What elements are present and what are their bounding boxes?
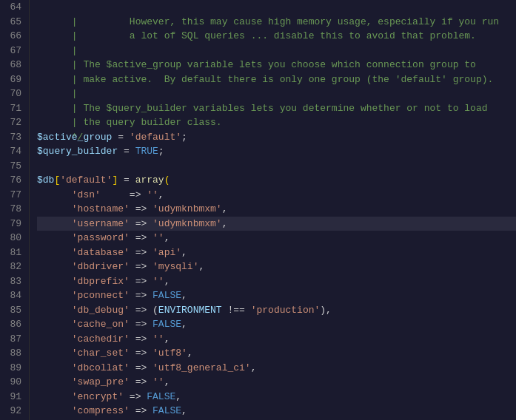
line-num-86: 86 xyxy=(7,317,21,332)
code-line-87: 'cachedir' => '', xyxy=(37,332,516,347)
code-line-91: 'encrypt' => FALSE, xyxy=(37,390,516,404)
code-line-90: 'swap_pre' => '', xyxy=(37,375,516,390)
comment-text: | a lot of SQL queries ... disable this … xyxy=(72,30,476,41)
line-num-91: 91 xyxy=(7,390,21,404)
line-num-79: 79 xyxy=(7,217,21,231)
line-num-72: 72 xyxy=(7,115,21,130)
line-num-75: 75 xyxy=(7,159,21,174)
line-num-78: 78 xyxy=(7,202,21,217)
comment-text: | the query builder class. xyxy=(72,117,222,128)
code-line-89: 'dbcollat' => 'utf8_general_ci', xyxy=(37,361,516,376)
comment-text: | make active. By default there is only … xyxy=(72,74,494,85)
code-line-88: 'char_set' => 'utf8', xyxy=(37,346,516,361)
line-num-77: 77 xyxy=(7,188,21,203)
code-line-75 xyxy=(37,159,516,174)
code-line-73: $active_group = 'default'; xyxy=(37,130,516,145)
line-num-83: 83 xyxy=(7,274,21,289)
line-num-68: 68 xyxy=(7,58,21,72)
code-line-74: $query_builder = TRUE; xyxy=(37,144,516,159)
code-line-70: | The $query_builder variables lets you … xyxy=(37,87,516,101)
code-line-83: 'dbprefix' => '', xyxy=(37,274,516,289)
comment-text: | xyxy=(72,45,78,56)
code-line-81: 'database' => 'api', xyxy=(37,245,516,260)
comment-text: | xyxy=(72,88,78,99)
line-num-81: 81 xyxy=(7,245,21,260)
line-numbers: 64 65 66 67 68 69 70 71 72 73 74 75 76 7… xyxy=(0,0,30,420)
line-num-74: 74 xyxy=(7,144,21,159)
line-num-64: 64 xyxy=(7,0,21,15)
code-line-76: $db['default'] = array( xyxy=(37,173,516,188)
line-num-69: 69 xyxy=(7,72,21,87)
line-num-73: 73 xyxy=(7,130,21,145)
code-line-84: 'pconnect' => FALSE, xyxy=(37,288,516,303)
code-line-85: 'db_debug' => (ENVIRONMENT !== 'producti… xyxy=(37,303,516,318)
code-lines: | However, this may cause high memory us… xyxy=(30,0,516,420)
comment-text: | The $query_builder variables lets you … xyxy=(72,103,488,114)
code-line-80: 'password' => '', xyxy=(37,231,516,245)
code-line-77: 'dsn' => '', xyxy=(37,188,516,203)
line-num-82: 82 xyxy=(7,260,21,274)
line-num-71: 71 xyxy=(7,101,21,116)
line-num-85: 85 xyxy=(7,303,21,318)
code-line-79: 'username' => 'udymknbmxm', xyxy=(37,217,516,231)
line-num-87: 87 xyxy=(7,332,21,347)
code-line-92: 'compress' => FALSE, xyxy=(37,404,516,419)
code-line-67: | The $active_group variable lets you ch… xyxy=(37,44,516,58)
code-line-86: 'cache_on' => FALSE, xyxy=(37,317,516,332)
line-num-89: 89 xyxy=(7,361,21,376)
line-num-80: 80 xyxy=(7,231,21,245)
line-num-66: 66 xyxy=(7,29,21,44)
code-line-64: | However, this may cause high memory us… xyxy=(37,0,516,15)
line-num-67: 67 xyxy=(7,44,21,58)
line-num-84: 84 xyxy=(7,288,21,303)
line-num-90: 90 xyxy=(7,375,21,390)
line-num-76: 76 xyxy=(7,173,21,188)
comment-text: | However, this may cause high memory us… xyxy=(72,16,499,27)
line-num-65: 65 xyxy=(7,15,21,30)
code-line-82: 'dbdriver' => 'mysqli', xyxy=(37,260,516,274)
line-num-88: 88 xyxy=(7,346,21,361)
line-num-92: 92 xyxy=(7,404,21,419)
line-num-70: 70 xyxy=(7,87,21,101)
code-editor: 64 65 66 67 68 69 70 71 72 73 74 75 76 7… xyxy=(0,0,516,420)
comment-text: | The $active_group variable lets you ch… xyxy=(72,59,476,70)
code-line-78: 'hostname' => 'udymknbmxm', xyxy=(37,202,516,217)
